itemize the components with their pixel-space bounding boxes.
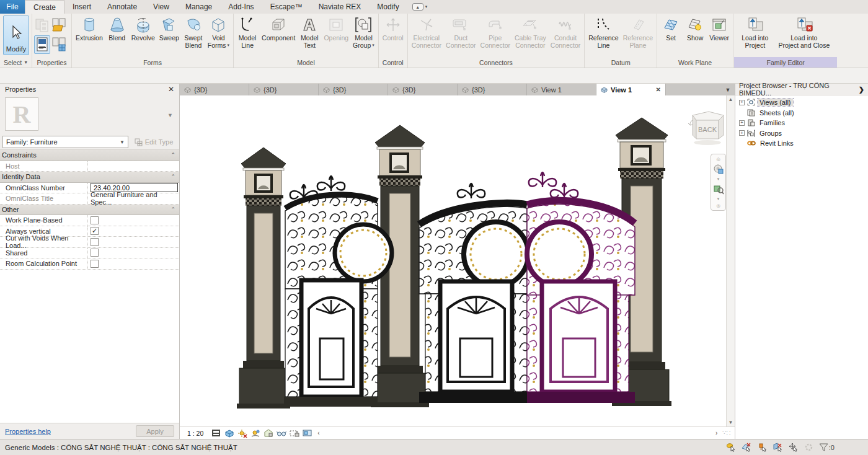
- preview-dropdown-icon[interactable]: ▼: [167, 112, 173, 118]
- zoom-tool-icon[interactable]: [713, 183, 724, 195]
- collapse-icon[interactable]: ⌃: [170, 205, 175, 215]
- pipe-connector-button[interactable]: PipeConnector: [479, 15, 512, 50]
- sweep-button[interactable]: Sweep: [157, 15, 181, 42]
- conduit-connector-button[interactable]: ConduitConnector: [549, 15, 582, 50]
- family-category-button[interactable]: [51, 35, 67, 54]
- group-other[interactable]: Other⌃: [0, 205, 179, 216]
- panel-expand-icon[interactable]: ❯: [859, 86, 864, 94]
- viewcube[interactable]: BACK: [684, 107, 726, 148]
- properties-close-icon[interactable]: ✕: [168, 85, 174, 94]
- view-tab-3d-5[interactable]: {3D}: [458, 84, 527, 95]
- drawing-area[interactable]: BACK ◎ ▾ ▾ ◎: [180, 95, 726, 426]
- tree-item-revit-links[interactable]: Revit Links: [739, 138, 868, 149]
- scroll-up-icon[interactable]: ▲: [728, 97, 733, 102]
- room-calculation-point-checkbox[interactable]: [91, 260, 99, 268]
- select-pinned-icon[interactable]: [757, 443, 768, 453]
- tab-naviate-rex[interactable]: Naviate REX: [311, 0, 370, 14]
- model-line-button[interactable]: ModelLine: [236, 15, 259, 50]
- ribbon-display-toggle[interactable]: ▲▾: [412, 0, 428, 14]
- properties-palette-button[interactable]: [34, 35, 50, 54]
- select-elements-by-face-icon[interactable]: [773, 443, 783, 453]
- tree-item-sheets[interactable]: Sheets (all): [739, 108, 868, 118]
- shared-checkbox[interactable]: [91, 249, 99, 257]
- select-underlay-icon[interactable]: [742, 443, 752, 453]
- file-tab[interactable]: File: [0, 0, 25, 14]
- tab-modify[interactable]: Modify: [369, 0, 407, 14]
- group-identity-data[interactable]: Identity Data⌃: [0, 172, 179, 183]
- void-forms-button[interactable]: VoidForms▾: [206, 15, 231, 50]
- view-tab-3d-4[interactable]: {3D}: [388, 84, 458, 95]
- model-3d-view[interactable]: [180, 95, 726, 426]
- steering-wheel-icon[interactable]: [713, 164, 724, 175]
- load-into-project-and-close-button[interactable]: Load intoProject and Close: [776, 15, 831, 50]
- view-tab-3d-1[interactable]: {3D}: [180, 84, 249, 95]
- gate-right-leaf-selected[interactable]: [527, 172, 635, 403]
- opening-button[interactable]: Opening: [322, 15, 350, 42]
- component-button[interactable]: Component: [260, 15, 297, 42]
- scroll-down-icon[interactable]: ▼: [728, 420, 733, 425]
- show-work-plane-button[interactable]: Show: [683, 15, 707, 42]
- reference-line-button[interactable]: ReferenceLine: [587, 15, 620, 50]
- type-selector[interactable]: Family: Furniture▼: [2, 136, 128, 148]
- tab-insert[interactable]: Insert: [64, 0, 99, 14]
- gate-pillar-left[interactable]: [237, 148, 290, 409]
- selection-filter[interactable]: :0: [819, 443, 835, 451]
- select-links-icon[interactable]: [726, 443, 737, 453]
- shadows-off-icon[interactable]: [250, 428, 260, 438]
- tab-manage[interactable]: Manage: [177, 0, 220, 14]
- view-tab-view1-active[interactable]: View 1 ✕: [596, 84, 666, 95]
- collapse-icon[interactable]: ⌃: [170, 150, 175, 161]
- load-into-project-button[interactable]: Load intoProject: [740, 15, 770, 50]
- crop-view-icon[interactable]: [263, 428, 273, 438]
- edit-type-button[interactable]: Edit Type: [131, 136, 177, 148]
- hscroll-right-icon[interactable]: ›: [713, 430, 720, 436]
- properties-help-link[interactable]: Properties help: [5, 428, 51, 435]
- resize-grip[interactable]: ⸪⸬: [722, 430, 732, 436]
- detail-level-icon[interactable]: [211, 428, 221, 438]
- wheel-dropdown-icon[interactable]: ▾: [717, 177, 720, 182]
- visual-style-icon[interactable]: [224, 428, 234, 438]
- reveal-hidden-elements-icon[interactable]: [302, 428, 312, 438]
- gate-fence-panel[interactable]: [284, 176, 392, 407]
- electrical-connector-button[interactable]: ElectricalConnector: [410, 15, 443, 50]
- view-scale-button[interactable]: 1 : 20: [182, 430, 208, 437]
- panel-label-select[interactable]: Select▼: [0, 57, 32, 68]
- hide-isolate-icon[interactable]: [276, 428, 286, 438]
- family-types-button[interactable]: [34, 16, 50, 35]
- navbar-more-icon[interactable]: ◎: [716, 203, 720, 208]
- set-work-plane-button[interactable]: Set: [659, 15, 683, 42]
- background-processes-icon[interactable]: [804, 443, 814, 453]
- navbar-customize-icon[interactable]: ◎: [716, 157, 720, 162]
- expand-icon[interactable]: +: [739, 130, 745, 136]
- tab-annotate[interactable]: Annotate: [99, 0, 145, 14]
- tab-view[interactable]: View: [145, 0, 177, 14]
- model-text-button[interactable]: ModelText: [298, 15, 321, 50]
- model-group-button[interactable]: ModelGroup▾: [351, 15, 376, 50]
- view-tab-3d-3[interactable]: {3D}: [319, 84, 388, 95]
- viewer-button[interactable]: Viewer: [707, 15, 731, 42]
- always-vertical-checkbox[interactable]: ✓: [91, 227, 99, 235]
- work-plane-based-checkbox[interactable]: [91, 216, 99, 224]
- tab-list-dropdown-icon[interactable]: ▼: [721, 84, 735, 95]
- close-view-tab-icon[interactable]: ✕: [656, 86, 661, 93]
- expand-icon[interactable]: +: [739, 100, 745, 105]
- expand-icon[interactable]: +: [739, 120, 745, 126]
- zoom-dropdown-icon[interactable]: ▾: [717, 197, 720, 201]
- view-tab-view1[interactable]: View 1: [527, 84, 596, 95]
- extrusion-button[interactable]: Extrusion: [74, 15, 105, 42]
- control-button[interactable]: Control: [381, 15, 405, 42]
- hscroll-left-icon[interactable]: ‹: [315, 430, 322, 436]
- tree-item-families[interactable]: + Families: [739, 118, 868, 128]
- blend-button[interactable]: Blend: [105, 15, 129, 42]
- tree-item-groups[interactable]: + Groups: [739, 128, 868, 139]
- open-family-button[interactable]: [51, 16, 67, 35]
- crop-region-lock-icon[interactable]: [289, 428, 299, 438]
- duct-connector-button[interactable]: DuctConnector: [444, 15, 477, 50]
- cut-with-voids-checkbox[interactable]: [91, 238, 99, 246]
- tab-create[interactable]: Create: [25, 0, 64, 14]
- group-constraints[interactable]: Constraints⌃: [0, 150, 179, 161]
- sun-path-off-icon[interactable]: [237, 428, 247, 438]
- cable-tray-connector-button[interactable]: Cable TrayConnector: [513, 15, 548, 50]
- tree-item-views[interactable]: + Views (all): [739, 97, 868, 108]
- drag-elements-on-selection-icon[interactable]: [788, 443, 799, 453]
